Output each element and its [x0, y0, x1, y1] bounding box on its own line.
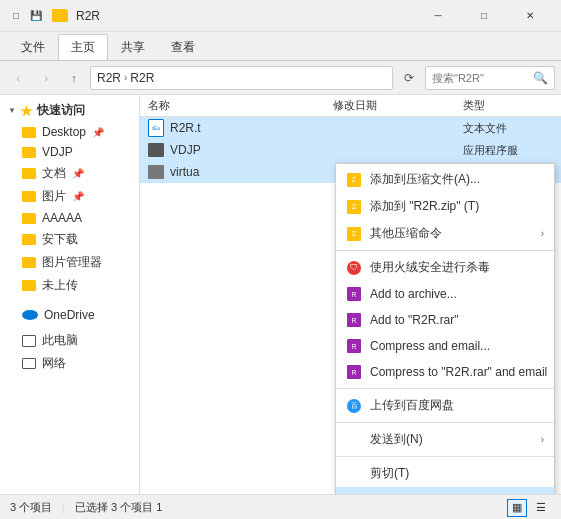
- baidu-icon: 百: [346, 398, 362, 414]
- file-icon-text: tEa: [148, 119, 164, 137]
- ctx-label: 其他压缩命令: [370, 225, 442, 242]
- file-name: virtua: [170, 165, 333, 179]
- path-arrow-1: ›: [124, 72, 127, 83]
- sidebar: ▼ ★ 快速访问 Desktop 📌 VDJP 文档 📌 图片 📌 AAAAA: [0, 95, 140, 494]
- tab-view[interactable]: 查看: [158, 34, 208, 60]
- sidebar-item-pictures[interactable]: 图片 📌: [0, 185, 139, 208]
- sidebar-item-aaaaa[interactable]: AAAAA: [0, 208, 139, 228]
- file-list: 名称 修改日期 类型 tEa R2R.t 文本文件 VDJP 应用程序服 vir…: [140, 95, 561, 494]
- network-icon: [22, 358, 36, 369]
- minimize-button[interactable]: ─: [415, 0, 461, 32]
- ctx-item-rar-add-archive[interactable]: R Add to archive...: [336, 281, 554, 307]
- refresh-button[interactable]: ⟳: [397, 66, 421, 90]
- sidebar-item-label: 文档: [42, 165, 66, 182]
- ctx-item-add-zip[interactable]: Z 添加到 "R2R.zip" (T): [336, 193, 554, 220]
- ctx-item-compress-email[interactable]: R Compress and email...: [336, 333, 554, 359]
- ctx-item-send-to[interactable]: 发送到(N) ›: [336, 426, 554, 453]
- sidebar-item-label: VDJP: [42, 145, 73, 159]
- file-type: 文本文件: [463, 121, 553, 136]
- pin-icon: 📌: [92, 127, 104, 138]
- ctx-label: Add to "R2R.rar": [370, 313, 459, 327]
- sidebar-item-thispc[interactable]: 此电脑: [0, 329, 139, 352]
- sidebar-item-downloads[interactable]: 安下载: [0, 228, 139, 251]
- ctx-item-cut[interactable]: 剪切(T): [336, 460, 554, 487]
- status-separator: |: [62, 502, 65, 514]
- main-area: ▼ ★ 快速访问 Desktop 📌 VDJP 文档 📌 图片 📌 AAAAA: [0, 95, 561, 494]
- submenu-arrow-icon: ›: [541, 434, 544, 445]
- ctx-separator: [336, 388, 554, 389]
- search-box[interactable]: 🔍: [425, 66, 555, 90]
- rar-icon: R: [346, 364, 362, 380]
- back-button[interactable]: ‹: [6, 66, 30, 90]
- ctx-label: 发送到(N): [370, 431, 423, 448]
- address-bar: ‹ › ↑ R2R › R2R ⟳ 🔍: [0, 61, 561, 95]
- ctx-separator: [336, 250, 554, 251]
- antivirus-icon: 🛡: [346, 260, 362, 276]
- title-icon-1: □: [8, 8, 24, 24]
- ctx-label: 使用火绒安全进行杀毒: [370, 259, 490, 276]
- sidebar-item-unuploaded[interactable]: 未上传: [0, 274, 139, 297]
- folder-icon: [22, 127, 36, 138]
- sidebar-item-label: 网络: [42, 355, 66, 372]
- col-header-modified: 修改日期: [333, 98, 463, 113]
- col-header-type: 类型: [463, 98, 553, 113]
- file-row[interactable]: VDJP 应用程序服: [140, 139, 561, 161]
- items-count: 3 个项目: [10, 500, 52, 515]
- folder-icon-title: [52, 9, 68, 22]
- title-bar: □ 💾 R2R ─ □ ✕: [0, 0, 561, 32]
- ctx-item-compress-rar-email[interactable]: R Compress to "R2R.rar" and email: [336, 359, 554, 385]
- zip-icon: Z: [346, 172, 362, 188]
- view-icon-grid[interactable]: ▦: [507, 499, 527, 517]
- window-title: R2R: [76, 9, 100, 23]
- file-name: VDJP: [170, 143, 333, 157]
- path-segment-2: R2R: [130, 71, 154, 85]
- file-icon-video: [148, 165, 164, 179]
- sidebar-item-documents[interactable]: 文档 📌: [0, 162, 139, 185]
- sidebar-item-label: 图片: [42, 188, 66, 205]
- forward-button[interactable]: ›: [34, 66, 58, 90]
- sidebar-item-label: AAAAA: [42, 211, 82, 225]
- close-button[interactable]: ✕: [507, 0, 553, 32]
- sidebar-item-label: 未上传: [42, 277, 78, 294]
- up-button[interactable]: ↑: [62, 66, 86, 90]
- send-icon: [346, 432, 362, 448]
- maximize-button[interactable]: □: [461, 0, 507, 32]
- sidebar-item-onedrive[interactable]: OneDrive: [0, 305, 139, 325]
- sidebar-item-network[interactable]: 网络: [0, 352, 139, 375]
- folder-icon: [22, 147, 36, 158]
- folder-icon: [22, 168, 36, 179]
- ctx-item-copy[interactable]: 复制(C): [336, 487, 554, 494]
- ctx-item-rar-add[interactable]: R Add to "R2R.rar": [336, 307, 554, 333]
- ctx-item-other-compress[interactable]: Z 其他压缩命令 ›: [336, 220, 554, 247]
- file-name: R2R.t: [170, 121, 333, 135]
- ribbon-tabs: 文件 主页 共享 查看: [0, 32, 561, 60]
- ctx-item-add-archive[interactable]: Z 添加到压缩文件(A)...: [336, 166, 554, 193]
- ctx-label: 复制(C): [370, 492, 411, 494]
- pin-icon: 📌: [72, 191, 84, 202]
- search-input[interactable]: [432, 72, 529, 84]
- tab-share[interactable]: 共享: [108, 34, 158, 60]
- folder-icon: [22, 280, 36, 291]
- view-icon-list[interactable]: ☰: [531, 499, 551, 517]
- sidebar-item-desktop[interactable]: Desktop 📌: [0, 122, 139, 142]
- sidebar-item-picture-manager[interactable]: 图片管理器: [0, 251, 139, 274]
- context-menu: Z 添加到压缩文件(A)... Z 添加到 "R2R.zip" (T) Z 其他…: [335, 163, 555, 494]
- tab-file[interactable]: 文件: [8, 34, 58, 60]
- view-controls: ▦ ☰: [507, 499, 551, 517]
- ctx-item-baidu[interactable]: 百 上传到百度网盘: [336, 392, 554, 419]
- pin-icon: 📌: [72, 168, 84, 179]
- sidebar-item-label: Desktop: [42, 125, 86, 139]
- ctx-label: 剪切(T): [370, 465, 409, 482]
- ctx-label: Compress to "R2R.rar" and email: [370, 365, 547, 379]
- file-row[interactable]: tEa R2R.t 文本文件: [140, 117, 561, 139]
- sidebar-item-vdjp[interactable]: VDJP: [0, 142, 139, 162]
- ctx-separator: [336, 422, 554, 423]
- file-type: 应用程序服: [463, 143, 553, 158]
- folder-icon: [22, 234, 36, 245]
- quick-access-header[interactable]: ▼ ★ 快速访问: [0, 99, 139, 122]
- tab-home[interactable]: 主页: [58, 34, 108, 60]
- address-path[interactable]: R2R › R2R: [90, 66, 393, 90]
- ctx-label: 添加到压缩文件(A)...: [370, 171, 480, 188]
- search-icon: 🔍: [533, 71, 548, 85]
- ctx-item-antivirus[interactable]: 🛡 使用火绒安全进行杀毒: [336, 254, 554, 281]
